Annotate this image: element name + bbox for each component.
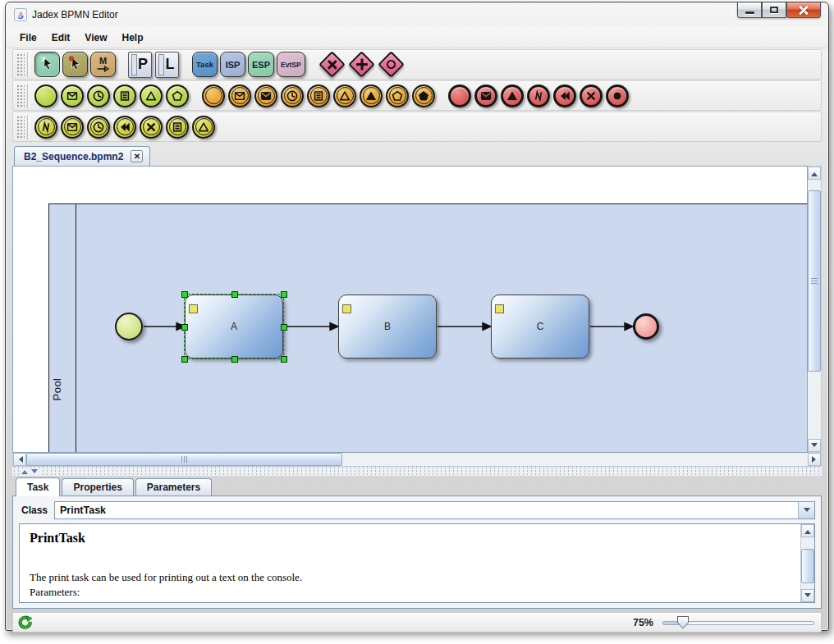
boundary-signal-event[interactable]	[192, 116, 215, 139]
scroll-track[interactable]	[801, 537, 814, 589]
menu-bar: FileEditViewHelp	[6, 27, 828, 48]
intermediate-multiple-throw-event[interactable]	[412, 84, 435, 107]
add-lane-button[interactable]: L	[155, 52, 179, 78]
scroll-down-button[interactable]	[801, 589, 814, 602]
message-edge-tool[interactable]: M	[90, 52, 116, 77]
app-window: Jadex BPMN Editor FileEditViewHelp M PLT…	[5, 2, 829, 631]
menu-help[interactable]: Help	[114, 30, 150, 46]
gateway-parallel-button[interactable]	[348, 51, 375, 78]
bpmn-task-c[interactable]: C	[491, 295, 589, 359]
intermediate-rule-event[interactable]	[307, 84, 330, 107]
end-event[interactable]	[448, 84, 471, 107]
scroll-thumb[interactable]	[808, 190, 821, 372]
end-event-node[interactable]	[633, 313, 659, 340]
diagram-canvas[interactable]: Pool ABC	[12, 166, 808, 453]
editor-tab-label: B2_Sequence.bpmn2	[24, 151, 123, 162]
boundary-rule-event[interactable]	[166, 116, 189, 139]
task-class-combobox[interactable]: PrintTask	[54, 501, 815, 519]
gateway-data-xor-button[interactable]	[318, 51, 346, 78]
selection-handle[interactable]	[231, 291, 238, 298]
selection-handle[interactable]	[231, 356, 238, 363]
selection-handle[interactable]	[281, 324, 287, 331]
split-pane-divider[interactable]	[12, 467, 822, 476]
toolbar-drag-grip[interactable]	[16, 115, 25, 139]
intermediate-event[interactable]	[202, 84, 225, 107]
doc-title: PrintTask	[30, 531, 790, 546]
add-pool-button[interactable]: P	[128, 52, 152, 78]
doc-vertical-scrollbar[interactable]	[800, 524, 814, 602]
tab-task[interactable]: Task	[16, 477, 60, 496]
scroll-thumb[interactable]	[801, 549, 814, 583]
refresh-icon[interactable]	[17, 614, 33, 630]
select-tool[interactable]	[34, 52, 60, 77]
boundary-compensation-event[interactable]	[113, 116, 136, 139]
edge-draw-tool[interactable]	[62, 52, 88, 77]
scroll-track[interactable]	[26, 453, 808, 466]
boundary-message-event[interactable]	[61, 116, 84, 139]
scroll-thumb[interactable]	[26, 453, 342, 466]
start-rule-event[interactable]	[113, 84, 136, 107]
tab-properties[interactable]: Properties	[62, 478, 133, 496]
menu-edit[interactable]: Edit	[44, 30, 78, 46]
zoom-slider-thumb[interactable]	[677, 616, 689, 629]
intermediate-signal-catch-event[interactable]	[333, 84, 356, 107]
add-internal-subprocess-button[interactable]: ISP	[220, 52, 245, 77]
editor-tab[interactable]: B2_Sequence.bpmn2 ✕	[14, 146, 150, 166]
start-event-node[interactable]	[115, 313, 143, 340]
intermediate-timer-event[interactable]	[281, 84, 304, 107]
add-task-button[interactable]: Task	[192, 52, 218, 77]
scroll-right-button[interactable]	[808, 453, 821, 466]
splitter-collapse-down-button[interactable]	[30, 468, 39, 475]
titlebar[interactable]: Jadex BPMN Editor	[6, 2, 828, 27]
boundary-timer-event[interactable]	[87, 116, 110, 139]
maximize-button[interactable]	[762, 2, 786, 18]
intermediate-multiple-catch-event[interactable]	[386, 84, 409, 107]
minimize-button[interactable]	[737, 2, 762, 18]
bpmn-task-a[interactable]: A	[185, 295, 283, 359]
tab-close-icon[interactable]: ✕	[131, 150, 143, 162]
intermediate-signal-throw-event[interactable]	[360, 84, 383, 107]
end-signal-event[interactable]	[501, 84, 524, 107]
end-terminate-event[interactable]	[606, 84, 629, 107]
toolbar-drag-grip[interactable]	[16, 84, 25, 107]
start-multiple-event[interactable]	[166, 84, 189, 107]
start-message-event[interactable]	[61, 84, 84, 107]
add-external-subprocess-button[interactable]: ESP	[248, 52, 274, 77]
menu-file[interactable]: File	[12, 30, 44, 46]
intermediate-message-catch-event[interactable]	[228, 84, 251, 107]
boundary-error-event[interactable]	[34, 116, 57, 139]
splitter-collapse-up-button[interactable]	[20, 468, 30, 475]
scroll-up-button[interactable]	[808, 167, 821, 180]
zoom-slider[interactable]	[662, 615, 814, 630]
scroll-up-button[interactable]	[801, 524, 814, 537]
task-label: B	[384, 321, 391, 332]
selection-handle[interactable]	[281, 356, 287, 363]
cursor-arrow-icon	[39, 55, 56, 75]
end-message-event[interactable]	[474, 84, 497, 107]
scroll-track[interactable]	[808, 180, 821, 439]
scroll-down-button[interactable]	[808, 439, 821, 452]
tab-parameters[interactable]: Parameters	[135, 478, 212, 496]
bpmn-task-b[interactable]: B	[338, 295, 437, 359]
selection-handle[interactable]	[181, 356, 188, 363]
end-compensation-event[interactable]	[553, 84, 576, 107]
menu-view[interactable]: View	[77, 30, 114, 46]
canvas-vertical-scrollbar[interactable]	[808, 166, 822, 453]
boundary-cancel-event[interactable]	[140, 116, 163, 139]
gateway-inclusive-button[interactable]	[378, 51, 405, 78]
end-error-event[interactable]	[527, 84, 550, 107]
end-cancel-event[interactable]	[580, 84, 603, 107]
start-event[interactable]	[34, 84, 57, 107]
close-button[interactable]	[786, 2, 821, 18]
selection-handle[interactable]	[281, 291, 287, 298]
canvas-horizontal-scrollbar[interactable]	[12, 453, 822, 467]
combobox-dropdown-button[interactable]	[798, 502, 814, 518]
selection-handle[interactable]	[181, 291, 188, 298]
intermediate-message-throw-event[interactable]	[254, 84, 277, 107]
start-signal-event[interactable]	[140, 84, 163, 107]
toolbar-drag-grip[interactable]	[16, 53, 25, 76]
scroll-left-button[interactable]	[13, 453, 26, 466]
selection-handle[interactable]	[181, 324, 188, 331]
start-timer-event[interactable]	[87, 84, 110, 107]
add-event-subprocess-button[interactable]: EvtSP	[277, 52, 305, 77]
